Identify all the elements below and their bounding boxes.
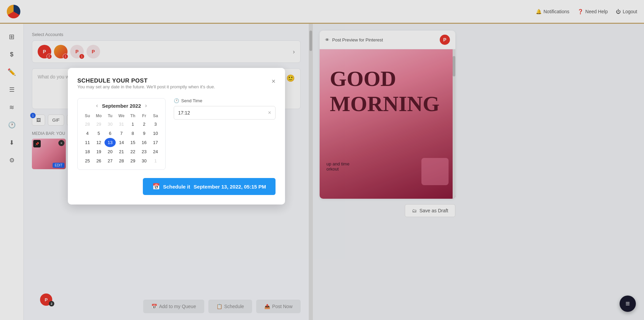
pinterest-queue-count: 2 [49,301,54,306]
pinterest-queue-button[interactable]: P 2 [40,294,52,306]
cal-day-0-4[interactable]: 1 [127,120,138,129]
cal-day-4-1[interactable]: 26 [93,156,104,165]
pinterest-letter: P [45,297,48,302]
accounts-selector[interactable]: P 2 1 P 1 [32,40,301,63]
feed-icon: ≋ [9,104,14,111]
sidebar-item-history[interactable]: 🕐 [4,118,19,132]
cal-day-2-5[interactable]: 16 [138,138,150,147]
preview-platform-letter: P [443,37,446,42]
media-thumbnail-1: × 📌 EDIT [32,139,66,169]
sidebar-item-downloads[interactable]: ⬇ [4,135,19,150]
schedule-icon: 📋 [216,304,222,309]
cal-day-2-0[interactable]: 11 [82,138,93,147]
logo [7,5,20,18]
accounts-chevron-icon[interactable]: › [293,48,295,55]
account-avatar-2[interactable]: 1 [54,45,68,58]
calendar-prev-button[interactable]: ‹ [96,103,98,109]
queue-icon: 📅 [151,304,157,309]
send-time-input[interactable]: 17:12 × [174,106,276,120]
sidebar-item-feed[interactable]: ≋ [4,100,19,115]
fab-button[interactable]: ≡ [620,296,636,312]
cal-day-3-6[interactable]: 24 [150,147,161,156]
preview-header: 👁 Post Preview for Pinterest P [320,31,455,49]
notifications-button[interactable]: 🔔 Notifications [536,9,569,14]
preview-image-subtext: up and timeorkout [326,161,349,172]
cal-day-0-3: 31 [116,120,127,129]
compose-actions: P 2 📅 Add to my Queue 📋 Schedule 📤 Post … [24,300,309,313]
cal-day-1-6[interactable]: 10 [150,129,161,138]
account-avatar-3[interactable]: P 1 [70,45,84,58]
schedule-it-label: Schedule it [163,184,190,190]
eye-icon: 👁 [325,37,329,42]
cal-day-1-3[interactable]: 7 [116,129,127,138]
sidebar-item-compose[interactable]: ✏️ [4,65,19,79]
cal-day-4-6: 1 [150,156,161,165]
send-time-clear-button[interactable]: × [268,110,271,116]
schedule-button[interactable]: 📋 Schedule [208,300,252,313]
account-avatar-1[interactable]: P 2 [38,45,51,58]
media-remove-button[interactable]: × [58,140,64,146]
preview-scrollbar [453,49,455,199]
sidebar-item-dashboard[interactable]: ⊞ [4,29,19,44]
cal-day-1-2[interactable]: 6 [105,129,116,138]
calendar-grid: Su Mo Tu We Th Fr Sa 2829303112345678910… [82,112,161,165]
modal-close-button[interactable]: × [271,77,276,85]
cal-day-4-2[interactable]: 27 [105,156,116,165]
cal-day-1-5[interactable]: 9 [138,129,150,138]
cal-day-1-1[interactable]: 5 [93,129,104,138]
day-header-tu: Tu [105,112,116,120]
preview-text-morning: MORNING [330,91,440,117]
post-now-button[interactable]: 📤 Post Now [256,300,301,313]
cal-day-3-4[interactable]: 22 [127,147,138,156]
cal-day-4-0[interactable]: 25 [82,156,93,165]
cal-day-3-1[interactable]: 19 [93,147,104,156]
cal-day-3-5[interactable]: 23 [138,147,150,156]
sidebar-item-settings[interactable]: ⚙ [4,153,19,168]
calendar-next-button[interactable]: › [145,103,147,109]
cal-day-2-2[interactable]: 13 [105,138,116,147]
sidebar-item-posts[interactable]: ☰ [4,82,19,97]
cal-day-1-4[interactable]: 8 [127,129,138,138]
panel-scrollbar [309,24,313,320]
need-help-button[interactable]: ❓ Need Help [577,9,608,14]
sidebar-item-billing[interactable]: $ [4,47,19,62]
cal-day-4-4[interactable]: 29 [127,156,138,165]
cal-day-4-3[interactable]: 28 [116,156,127,165]
list-icon: ☰ [9,86,15,93]
cal-day-3-2[interactable]: 20 [105,147,116,156]
cal-day-0-5[interactable]: 2 [138,120,150,129]
pinterest-avatar-4: P [87,45,100,58]
cal-day-2-3[interactable]: 14 [116,138,127,147]
save-draft-label: Save as Draft [419,208,448,213]
media-edit-button[interactable]: EDIT [53,163,64,168]
gif-button[interactable]: GIF [48,114,64,126]
cal-day-4-5[interactable]: 30 [138,156,150,165]
schedule-it-button[interactable]: 📅 Schedule it September 13, 2022, 05:15 … [143,178,276,195]
emoji-button[interactable]: 🙂 [286,74,295,82]
select-accounts-label: Select Accounts [32,32,301,37]
cal-day-2-1[interactable]: 12 [93,138,104,147]
day-header-sa: Sa [150,112,161,120]
send-time-label: 🕐 Send Time [174,98,276,103]
save-draft-button[interactable]: 🗂 Save as Draft [405,204,455,217]
add-to-queue-button[interactable]: 📅 Add to my Queue [143,300,204,313]
preview-title-text: Post Preview for Pinterest [332,37,383,42]
post-now-label: Post Now [272,304,292,309]
preview-title-group: 👁 Post Preview for Pinterest [325,37,383,42]
image-upload-button[interactable]: 1 🖼 [32,114,45,126]
add-to-queue-label: Add to my Queue [159,304,196,309]
logout-label: Logout [623,9,637,14]
cal-day-2-6[interactable]: 17 [150,138,161,147]
preview-text-good: GOOD [330,66,440,91]
cal-day-2-4[interactable]: 15 [127,138,138,147]
cal-day-0-6[interactable]: 3 [150,120,161,129]
image-icon: 🖼 [36,118,41,123]
logout-button[interactable]: ⏻ Logout [616,9,637,14]
cal-day-0-0: 28 [82,120,93,129]
cal-day-1-0[interactable]: 4 [82,129,93,138]
account-avatar-4[interactable]: P [87,45,100,58]
logout-icon: ⏻ [616,9,621,14]
cal-day-3-3[interactable]: 21 [116,147,127,156]
cal-day-3-0[interactable]: 18 [82,147,93,156]
accounts-avatars: P 2 1 P 1 [38,45,100,58]
